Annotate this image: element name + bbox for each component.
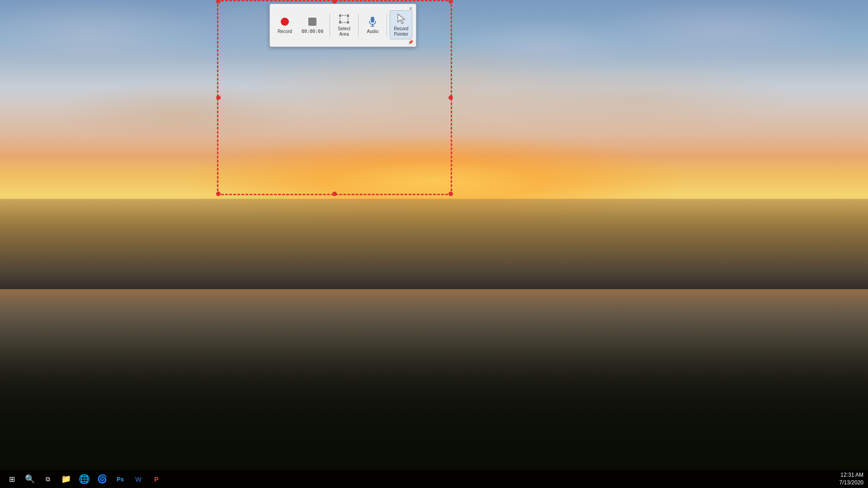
timer-display: 00:00:00 (302, 29, 323, 34)
record-icon-area (278, 15, 291, 28)
chrome-icon: 🌐 (79, 474, 90, 484)
select-area-label: SelectArea (338, 26, 350, 37)
taskbar-icon-group: ⊞ 🔍 ⧉ 📁 🌐 🌀 Ps W P (4, 471, 165, 487)
cursor-icon (396, 13, 406, 25)
taskbar-edge-button[interactable]: 🌀 (94, 471, 110, 487)
pin-icon: 📌 (408, 40, 413, 45)
record-circle-icon (281, 18, 289, 26)
record-pointer-label: RecordPointer (394, 26, 408, 37)
svg-rect-4 (347, 21, 349, 23)
stop-icon-area (306, 15, 319, 28)
windows-icon: ⊞ (9, 475, 15, 483)
svg-marker-8 (398, 14, 405, 23)
svg-rect-5 (371, 17, 374, 23)
record-pointer-button[interactable]: RecordPointer (390, 10, 412, 39)
taskbar-taskview-button[interactable]: ⧉ (40, 471, 56, 487)
taskbar-file-explorer-button[interactable]: 📁 (58, 471, 74, 487)
close-icon: × (409, 5, 412, 12)
svg-rect-2 (347, 14, 349, 17)
taskbar-photoshop-button[interactable]: Ps (112, 471, 128, 487)
record-label: Record (278, 29, 292, 34)
select-area-icon-area (338, 13, 350, 25)
word-icon: W (135, 475, 142, 483)
taskbar-chrome-button[interactable]: 🌐 (76, 471, 92, 487)
audio-icon-area (366, 15, 379, 28)
pin-button[interactable]: 📌 (407, 38, 414, 46)
clock-time: 12:31 AM (840, 471, 863, 479)
recording-toolbar: × Record 00:00:00 SelectArea (269, 4, 416, 47)
close-button[interactable]: × (407, 5, 414, 12)
clock-date: 7/13/2020 (840, 479, 863, 487)
svg-rect-1 (339, 14, 341, 17)
select-area-button[interactable]: SelectArea (333, 11, 355, 39)
stop-square-icon (308, 18, 316, 26)
audio-button[interactable]: Audio (361, 14, 384, 36)
photoshop-icon: Ps (117, 476, 124, 483)
task-view-icon: ⧉ (46, 475, 50, 483)
toolbar-divider-3 (387, 14, 387, 36)
taskbar-powerpoint-button[interactable]: P (148, 471, 165, 487)
toolbar-divider-2 (358, 14, 359, 36)
select-area-icon (339, 14, 349, 23)
taskbar-clock: 12:31 AM 7/13/2020 (840, 471, 863, 487)
svg-rect-3 (339, 21, 341, 23)
water-reflection (0, 199, 868, 289)
microphone-icon (368, 16, 377, 28)
powerpoint-icon: P (154, 475, 159, 483)
stop-timer-button[interactable]: 00:00:00 (298, 14, 327, 36)
record-pointer-icon-area (395, 13, 407, 25)
toolbar-divider-1 (330, 14, 330, 36)
grass-silhouette (0, 289, 868, 470)
taskbar-word-button[interactable]: W (130, 471, 146, 487)
taskbar-search-button[interactable]: 🔍 (22, 471, 38, 487)
record-button[interactable]: Record (274, 14, 296, 36)
taskbar-start-button[interactable]: ⊞ (4, 471, 20, 487)
taskbar: ⊞ 🔍 ⧉ 📁 🌐 🌀 Ps W P (0, 470, 868, 488)
edge-icon: 🌀 (97, 474, 107, 484)
search-icon: 🔍 (25, 474, 35, 484)
desktop-background (0, 0, 868, 488)
audio-label: Audio (367, 29, 378, 34)
file-explorer-icon: 📁 (61, 474, 71, 484)
